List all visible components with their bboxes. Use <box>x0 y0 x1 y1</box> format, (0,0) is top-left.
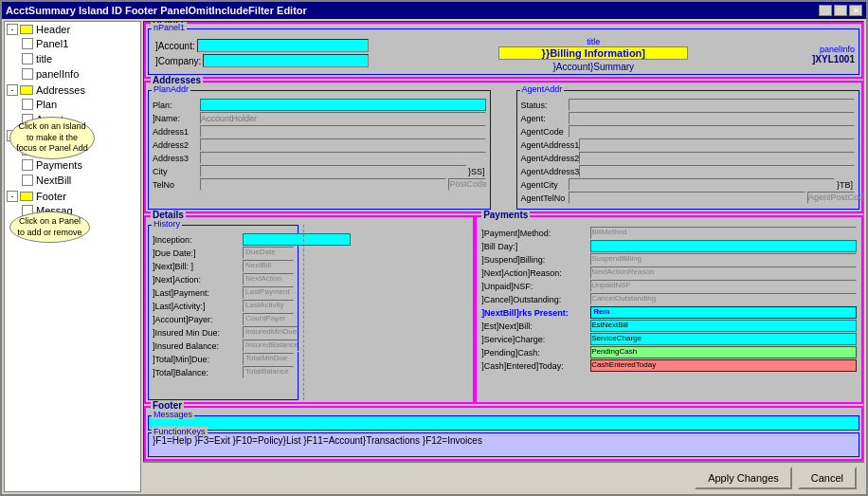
addr2-label: Address2 <box>153 140 200 150</box>
supbilling-label: ]Suspend]Billing: <box>481 255 590 265</box>
cancel-button[interactable]: Cancel <box>798 467 857 489</box>
maximize-button[interactable]: □ <box>834 5 847 16</box>
nextactionreason-ghost: NextActionReason <box>590 266 857 279</box>
pendingcash-field: PendingCash <box>590 346 857 358</box>
postcode-field: PostCode <box>448 178 486 191</box>
panelinfo-label: panelInfo <box>820 45 855 54</box>
agent-label: Agent: <box>521 114 569 123</box>
page-icon-history <box>22 144 33 156</box>
cashenteredtoday-field: CashEnteredToday <box>590 359 857 372</box>
tel-field[interactable] <box>200 178 446 191</box>
inception-label: ]Inception: <box>153 235 243 245</box>
status-label: Status: <box>521 101 569 110</box>
agentaddr2-field[interactable] <box>579 152 855 164</box>
tree-label-title: title <box>36 53 52 64</box>
addr2-field[interactable] <box>200 138 486 151</box>
funckeys-text: }F1=Help }F3=Exit }F10=Policy}List }F11=… <box>149 433 859 448</box>
totbalance-ghost: TotalBalance <box>243 366 294 378</box>
nextbill-ghost: NextBill <box>243 260 294 272</box>
tree-node-panel1[interactable]: Panel1 <box>20 36 140 51</box>
inception-field[interactable] <box>243 233 351 246</box>
acctpayer-label: ]Account]Payer: <box>153 315 243 324</box>
close-button[interactable]: ✕ <box>849 5 862 16</box>
bottom-bar: Apply Changes Cancel <box>143 462 864 492</box>
expand-icon-header[interactable]: - <box>7 24 18 35</box>
name-field[interactable] <box>200 112 486 124</box>
funckeys-panel-label: FunctionKeys <box>152 427 208 436</box>
billday-field[interactable] <box>590 240 857 252</box>
addresses-section: Addresses PlanAddr Plan: ]Name: <box>144 81 863 213</box>
tree-node-nextbill[interactable]: NextBill <box>20 173 140 188</box>
header-section: Header nPanel1 ]Account: ]Co <box>144 22 863 79</box>
status-field[interactable] <box>569 99 855 111</box>
history-label: History <box>152 219 182 229</box>
account-field[interactable] <box>197 39 369 52</box>
plan-field[interactable] <box>200 99 486 111</box>
agentcode-field[interactable] <box>569 125 855 138</box>
lastactivity-label: ]Last]Activity:] <box>153 302 243 311</box>
billday-label: ]Bill Day:] <box>481 242 590 251</box>
tree-node-funckeys[interactable]: Functi <box>20 218 140 233</box>
nextbillrks-label: ]NextBill]rks Present: <box>481 308 590 318</box>
tree-node-addresses[interactable]: - Addresses Plan Agent <box>5 83 140 128</box>
tree-label-payments: Payments <box>36 159 82 171</box>
company-field[interactable] <box>203 54 368 67</box>
messages-label: Messages <box>152 410 194 419</box>
payments-section-label: Payments <box>481 210 530 220</box>
tree-node-header[interactable]: - Header Panel1 title <box>5 22 140 83</box>
unpaidnsf-ghost: UnpaidNSF <box>590 280 857 292</box>
city-field[interactable] <box>200 165 466 177</box>
page-icon-panelinfo <box>22 68 33 80</box>
form-area: Header nPanel1 ]Account: ]Co <box>143 21 864 462</box>
addr1-field[interactable] <box>200 125 486 138</box>
expand-icon-addresses[interactable]: - <box>7 84 18 96</box>
expand-icon-details[interactable]: - <box>7 130 18 141</box>
page-icon-plan <box>22 99 33 110</box>
addr3-field[interactable] <box>200 152 486 164</box>
agent-addr-label: AgentAddr <box>520 84 565 94</box>
nextbillrks-field: Rem <box>590 306 857 319</box>
agent-field[interactable] <box>569 112 855 124</box>
main-window: AcctSummary Island ID Footer PanelOmitIn… <box>0 0 868 496</box>
xyl-label: ]XYL1001 <box>812 54 855 64</box>
history-panel: History ]Inception: ]Due Date:]DueDate ]… <box>148 225 298 400</box>
estnextbill-label: ]Est]Next]Bill: <box>481 321 590 331</box>
tree-node-plan[interactable]: Plan <box>20 97 140 112</box>
tree-node-details[interactable]: - Details History Payments <box>5 128 140 189</box>
addr1-label: Address1 <box>153 127 200 137</box>
unpaidnsf-label: ]Unpaid]NSF: <box>481 282 590 291</box>
tree-node-panelinfo[interactable]: panelInfo <box>20 66 140 82</box>
company-label: ]Company: <box>155 56 201 66</box>
minimize-button[interactable]: _ <box>819 5 832 16</box>
nextbill-label: ]Next]Bill: ] <box>153 262 243 271</box>
agentaddr1-label: AgentAddress1 <box>521 140 580 150</box>
agentcity-field[interactable] <box>569 178 835 191</box>
title-bar: AcctSummary Island ID Footer PanelOmitIn… <box>2 2 866 19</box>
agentaddr1-field[interactable] <box>579 138 855 151</box>
plan-label: Plan: <box>153 101 200 110</box>
agentaddr3-field[interactable] <box>579 165 855 177</box>
agentpostcode-field: AgentPostCode <box>807 192 855 204</box>
apply-changes-button[interactable]: Apply Changes <box>695 467 792 489</box>
window-title: AcctSummary Island ID Footer PanelOmitIn… <box>6 5 307 16</box>
name-label: ]Name: <box>153 114 200 123</box>
expand-icon-footer[interactable]: - <box>7 191 18 202</box>
title-bar-controls: _ □ ✕ <box>819 5 862 16</box>
nextaction-ghost: NextAction <box>243 273 294 285</box>
tree-node-footer[interactable]: - Footer Messag Functi <box>5 189 140 234</box>
tree-node-agent[interactable]: Agent <box>20 112 140 127</box>
agentaddr2-label: AgentAddress2 <box>521 154 580 163</box>
tree-panel: Click on an Island to make it the focus … <box>4 21 141 492</box>
cashenteredtoday-label: ]Cash]Entered]Today: <box>481 361 590 371</box>
tree-node-history[interactable]: History <box>20 142 140 157</box>
page-icon-funckeys <box>22 220 33 231</box>
funckeys-panel: FunctionKeys }F1=Help }F3=Exit }F10=Poli… <box>148 432 859 457</box>
tree-node-payments[interactable]: Payments <box>20 157 140 173</box>
folder-icon-header <box>20 25 33 34</box>
agenttelno-field[interactable] <box>569 192 805 204</box>
tree-node-title[interactable]: title <box>20 51 140 66</box>
payments-section: Payments ]Payment]Method:BillMethod ]Bil… <box>475 215 863 404</box>
supbilling-ghost: SuspendBilling <box>590 253 857 266</box>
tree-node-messages[interactable]: Messag <box>20 203 140 218</box>
page-icon-nextbill <box>22 175 33 186</box>
